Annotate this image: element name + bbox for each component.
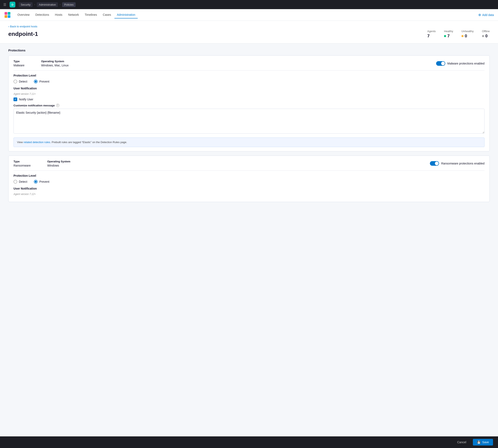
ransomware-toggle[interactable] (430, 161, 439, 166)
breadcrumb-administration[interactable]: Administration (37, 2, 58, 7)
stat-unhealthy-value: 0 (462, 33, 474, 38)
malware-detect-radio[interactable]: Detect (14, 80, 27, 83)
ransomware-os-col: Operating System Windows (47, 160, 70, 167)
svg-rect-2 (5, 15, 7, 18)
ransomware-toggle-row: Ransomware protections enabled (430, 161, 484, 166)
main-nav: Overview Detections Hosts Network Timeli… (0, 9, 498, 21)
ransomware-protection-level: Protection Level Detect Prevent (14, 174, 484, 184)
unhealthy-dot (462, 35, 464, 37)
malware-os-col: Operating System Windows, Mac, Linux (41, 60, 69, 67)
malware-toggle-label: Malware protections enabled (447, 62, 484, 65)
svg-rect-1 (8, 12, 10, 15)
malware-radio-row: Detect Prevent (14, 80, 484, 83)
back-link[interactable]: ‹ Back to endpoint hosts (8, 25, 490, 28)
healthy-dot (444, 35, 446, 37)
page-title: endpoint-1 (8, 31, 38, 37)
nav-administration[interactable]: Administration (114, 11, 138, 18)
ransomware-type-os: Type Ransomware Operating System Windows (14, 160, 70, 167)
protections-title: Protections (8, 48, 490, 52)
ransomware-user-notification: User Notification Agent version 7.12+ (14, 187, 484, 196)
malware-header: Type Malware Operating System Windows, M… (14, 60, 484, 70)
back-arrow-icon: ‹ (8, 25, 9, 28)
offline-dot (482, 35, 484, 37)
nav-network[interactable]: Network (66, 11, 81, 18)
ransomware-toggle-label: Ransomware protections enabled (441, 162, 484, 165)
nav-links: Overview Detections Hosts Network Timeli… (15, 11, 478, 18)
stat-agents: Agents 7 (427, 30, 436, 38)
malware-protection-level: Protection Level Detect Prevent (14, 74, 484, 83)
page-header-section: ‹ Back to endpoint hosts endpoint-1 Agen… (0, 21, 498, 44)
add-data-button[interactable]: ⊕ Add data (478, 13, 494, 17)
ransomware-prevent-circle (34, 180, 38, 184)
top-bar: ☰ D Security › Administration › Policies (0, 0, 498, 9)
malware-card: Type Malware Operating System Windows, M… (8, 55, 490, 151)
breadcrumb-security[interactable]: Security (19, 2, 33, 7)
malware-info-banner: View related detection rules. Prebuilt r… (14, 138, 484, 147)
malware-toggle[interactable] (436, 61, 445, 66)
protections-section: Protections Type Malware Operating Syste… (0, 44, 498, 211)
stats-row: Agents 7 Healthy 7 Unhealthy 0 Offline (427, 30, 490, 38)
main-content: Protections Type Malware Operating Syste… (0, 44, 498, 226)
ransomware-card: Type Ransomware Operating System Windows… (8, 156, 490, 202)
breadcrumb-sep-2: › (60, 3, 60, 6)
nav-hosts[interactable]: Hosts (52, 11, 65, 18)
breadcrumb-policies[interactable]: Policies (62, 2, 76, 7)
stat-offline: Offline 0 (482, 30, 490, 38)
ransomware-detect-radio[interactable]: Detect (14, 180, 27, 184)
malware-customize-label: Customize notification message ? (14, 104, 484, 107)
malware-type-col: Type Malware (14, 60, 24, 67)
stat-agents-value: 7 (427, 33, 436, 38)
elastic-logo (4, 12, 11, 18)
malware-detect-circle (14, 80, 17, 83)
stat-healthy: Healthy 7 (444, 30, 453, 38)
malware-toggle-row: Malware protections enabled (436, 61, 484, 66)
svg-rect-3 (8, 15, 10, 18)
nav-detections[interactable]: Detections (33, 11, 52, 18)
malware-prevent-circle (34, 80, 38, 83)
nav-timelines[interactable]: Timelines (82, 11, 100, 18)
hamburger-icon[interactable]: ☰ (3, 3, 6, 7)
page-header: endpoint-1 Agents 7 Healthy 7 Unhealthy … (8, 30, 490, 38)
ransomware-detect-circle (14, 180, 17, 184)
malware-notification-textarea[interactable] (14, 109, 484, 134)
malware-notify-checkbox-row: Notify User (14, 97, 484, 101)
ransomware-radio-row: Detect Prevent (14, 180, 484, 184)
malware-notify-checkbox[interactable] (14, 97, 17, 101)
stat-unhealthy: Unhealthy 0 (462, 30, 474, 38)
malware-help-icon[interactable]: ? (56, 104, 59, 107)
user-avatar: D (10, 2, 15, 7)
stat-healthy-value: 7 (444, 33, 453, 38)
ransomware-header: Type Ransomware Operating System Windows… (14, 160, 484, 171)
svg-rect-0 (5, 12, 7, 15)
ransomware-prevent-radio[interactable]: Prevent (34, 180, 49, 184)
malware-type-os: Type Malware Operating System Windows, M… (14, 60, 69, 67)
nav-overview[interactable]: Overview (15, 11, 32, 18)
stat-offline-value: 0 (482, 33, 490, 38)
add-data-icon: ⊕ (478, 13, 481, 17)
nav-cases[interactable]: Cases (100, 11, 114, 18)
ransomware-type-col: Type Ransomware (14, 160, 31, 167)
breadcrumb-sep-1: › (34, 3, 35, 6)
malware-user-notification: User Notification Agent version 7.11+ No… (14, 87, 484, 134)
related-rules-link[interactable]: related detection rules (24, 141, 50, 144)
malware-prevent-radio[interactable]: Prevent (34, 80, 49, 83)
